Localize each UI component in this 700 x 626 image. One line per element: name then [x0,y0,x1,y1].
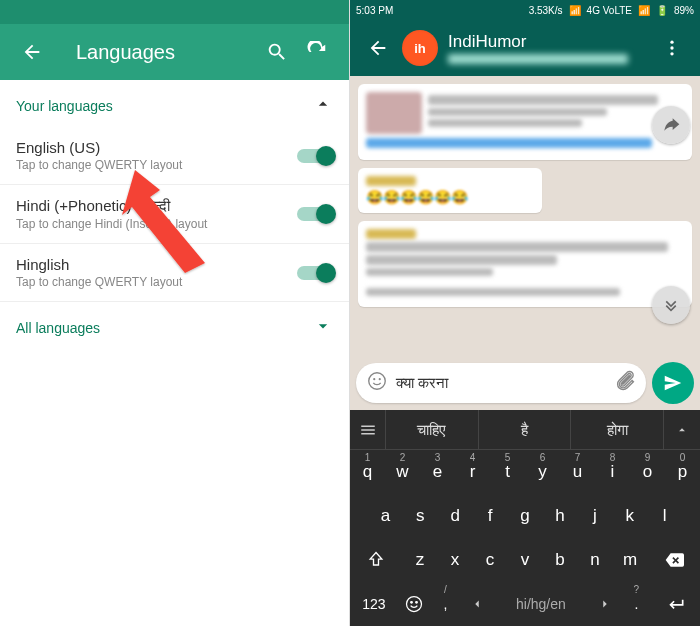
svg-point-9 [415,602,417,604]
suggestion[interactable]: होगा [571,410,664,449]
key-c[interactable]: c [473,538,508,582]
back-icon[interactable] [12,32,52,72]
key-row-z: zxcvbnm [350,538,700,582]
suggestion-menu-icon[interactable] [350,410,386,449]
all-languages-header[interactable]: All languages [0,302,349,349]
emoji-key[interactable] [398,582,430,626]
key-m[interactable]: m [613,538,648,582]
language-row-hindi[interactable]: Hindi (+Phonetic) / हिन्दी Tap to change… [0,185,349,244]
scroll-down-fab[interactable] [652,286,690,324]
back-icon[interactable] [358,28,398,68]
page-title: Languages [76,41,257,64]
comma-key[interactable]: /, [430,582,462,626]
message-text: क्या करना [396,374,606,392]
suggestion-row: चाहिए है होगा [350,410,700,450]
lang-sub: Tap to change Hindi (Inscript) layout [16,217,297,231]
message-input[interactable]: क्या करना [356,363,646,403]
svg-point-7 [406,597,421,612]
svg-point-6 [379,378,381,380]
chat-subtitle [448,54,628,64]
forward-fab[interactable] [652,106,690,144]
key-e[interactable]: 3e [420,450,455,494]
send-button[interactable] [652,362,694,404]
status-net: 3.53K/s [529,5,563,16]
period-key[interactable]: ?. [620,582,652,626]
svg-point-1 [670,41,673,44]
key-z[interactable]: z [403,538,438,582]
toggle-hindi[interactable] [297,207,333,221]
key-n[interactable]: n [578,538,613,582]
key-y[interactable]: 6y [525,450,560,494]
your-languages-header[interactable]: Your languages [0,80,349,127]
toggle-english[interactable] [297,149,333,163]
lang-prev-key[interactable] [461,582,493,626]
message-bubble[interactable] [358,221,692,307]
signal-icon: 📶 [638,5,650,16]
key-a[interactable]: a [368,494,403,538]
key-s[interactable]: s [403,494,438,538]
avatar[interactable]: ih [402,30,438,66]
key-x[interactable]: x [438,538,473,582]
lang-name: English (US) [16,139,297,156]
svg-point-4 [369,373,386,390]
key-o[interactable]: 9o [630,450,665,494]
svg-point-2 [670,46,673,49]
key-v[interactable]: v [508,538,543,582]
key-p[interactable]: 0p [665,450,700,494]
status-time: 5:03 PM [356,5,393,16]
more-icon[interactable] [652,28,692,68]
message-bubble[interactable] [358,84,692,160]
signal-icon: 📶 [569,5,581,16]
key-u[interactable]: 7u [560,450,595,494]
key-g[interactable]: g [508,494,543,538]
key-d[interactable]: d [438,494,473,538]
toggle-hinglish[interactable] [297,266,333,280]
search-icon[interactable] [257,32,297,72]
chevron-down-icon [313,316,333,339]
key-f[interactable]: f [473,494,508,538]
section-label: All languages [16,320,100,336]
chat-body[interactable]: 😂😂😂😂😂😂 [350,76,700,356]
key-h[interactable]: h [542,494,577,538]
key-b[interactable]: b [543,538,578,582]
message-input-row: क्या करना [350,356,700,410]
backspace-key[interactable] [648,538,701,582]
svg-point-3 [670,52,673,55]
thumbnail [366,92,422,134]
lang-sub: Tap to change QWERTY layout [16,158,297,172]
chat-title-block[interactable]: IndiHumor [448,32,652,64]
svg-point-5 [373,378,375,380]
lang-sub: Tap to change QWERTY layout [16,275,297,289]
emoji-icon[interactable] [366,370,388,396]
key-k[interactable]: k [612,494,647,538]
key-r[interactable]: 4r [455,450,490,494]
status-bar: 5:03 PM 3.53K/s 📶 4G VoLTE 📶 🔋 89% [350,0,700,20]
enter-key[interactable] [652,582,700,626]
key-w[interactable]: 2w [385,450,420,494]
message-bubble[interactable]: 😂😂😂😂😂😂 [358,168,542,213]
key-l[interactable]: l [647,494,682,538]
mode-key[interactable]: 123 [350,582,398,626]
whatsapp-chat-screen: 5:03 PM 3.53K/s 📶 4G VoLTE 📶 🔋 89% ih In… [350,0,700,626]
language-row-hinglish[interactable]: Hinglish Tap to change QWERTY layout [0,244,349,302]
suggestion[interactable]: है [479,410,572,449]
attach-icon[interactable] [614,370,636,396]
key-row-q: 1q2w3e4r5t6y7u8i9o0p [350,450,700,494]
shift-key[interactable] [350,538,403,582]
appbar: Languages [0,24,349,80]
lang-next-key[interactable] [589,582,621,626]
key-i[interactable]: 8i [595,450,630,494]
status-bar [0,0,349,24]
refresh-icon[interactable] [297,32,337,72]
key-j[interactable]: j [577,494,612,538]
suggestion-expand-icon[interactable] [664,410,700,449]
suggestion[interactable]: चाहिए [386,410,479,449]
key-t[interactable]: 5t [490,450,525,494]
lang-name: Hinglish [16,256,297,273]
languages-settings-screen: Languages Your languages English (US) Ta… [0,0,350,626]
key-q[interactable]: 1q [350,450,385,494]
space-key[interactable]: hi/hg/en [493,582,588,626]
chat-appbar: ih IndiHumor [350,20,700,76]
language-row-english[interactable]: English (US) Tap to change QWERTY layout [0,127,349,185]
chevron-up-icon [313,94,333,117]
